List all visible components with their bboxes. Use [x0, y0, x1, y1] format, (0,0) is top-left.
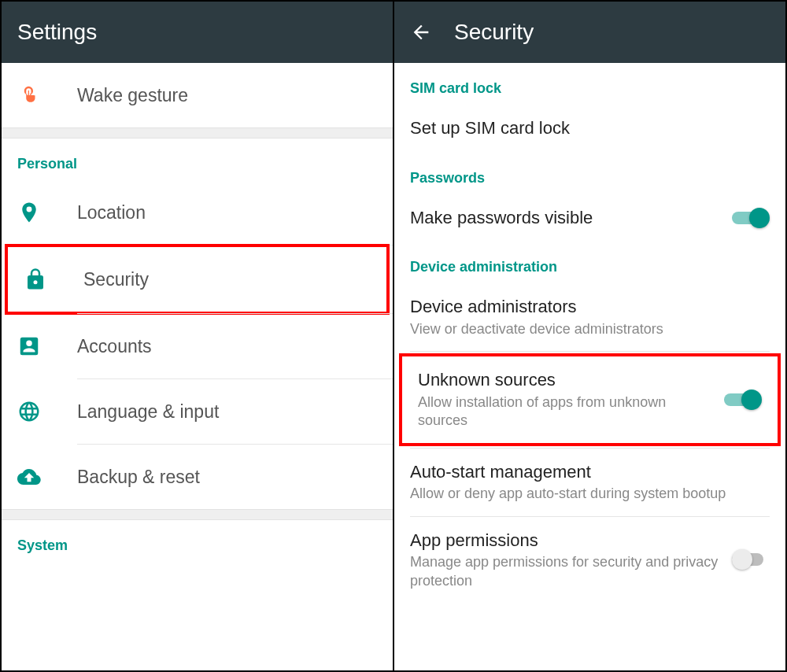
item-primary: Set up SIM card lock	[410, 117, 762, 140]
item-primary: Make passwords visible	[410, 207, 724, 230]
location-pin-icon	[17, 201, 41, 224]
highlight-unknown-sources: Unknown sources Allow installation of ap…	[399, 353, 781, 445]
settings-item-label: Security	[83, 269, 149, 290]
security-item-device-administrators[interactable]: Device administrators View or deactivate…	[394, 283, 785, 351]
section-divider	[2, 509, 393, 520]
toggle-app-permissions[interactable]	[732, 548, 770, 570]
security-item-unknown-sources[interactable]: Unknown sources Allow installation of ap…	[402, 356, 778, 442]
section-header-simlock: SIM card lock	[394, 63, 785, 105]
settings-item-label: Backup & reset	[77, 467, 200, 488]
security-item-autostart[interactable]: Auto-start management Allow or deny app …	[394, 449, 785, 516]
section-header-passwords: Passwords	[394, 153, 785, 194]
item-secondary: Manage app permissions for security and …	[410, 553, 724, 590]
settings-item-label: Accounts	[77, 336, 152, 357]
security-appbar: Security	[394, 2, 785, 63]
section-header-system: System	[2, 520, 393, 562]
globe-icon	[17, 400, 41, 423]
security-pane: Security SIM card lock Set up SIM card l…	[394, 2, 785, 670]
settings-title: Settings	[17, 20, 97, 45]
item-primary: App permissions	[410, 530, 724, 552]
settings-item-security[interactable]: Security	[8, 247, 386, 312]
security-item-sim-lock[interactable]: Set up SIM card lock	[394, 105, 785, 153]
section-divider	[2, 127, 393, 138]
item-primary: Device administrators	[410, 296, 762, 319]
item-secondary: View or deactivate device administrators	[410, 320, 762, 338]
item-primary: Auto-start management	[410, 461, 762, 484]
settings-pane: Settings Wake gesture Personal Location …	[2, 2, 394, 670]
settings-appbar: Settings	[2, 2, 393, 63]
settings-item-label: Location	[77, 202, 146, 223]
section-header-device-admin: Device administration	[394, 242, 785, 283]
cloud-upload-icon	[17, 465, 41, 489]
highlight-security: Security	[5, 244, 390, 315]
item-primary: Unknown sources	[418, 369, 716, 392]
security-item-app-permissions[interactable]: App permissions Manage app permissions f…	[394, 517, 785, 603]
security-item-passwords-visible[interactable]: Make passwords visible	[394, 194, 785, 242]
account-icon	[17, 334, 41, 358]
settings-item-location[interactable]: Location	[2, 180, 393, 245]
settings-item-label: Language & input	[77, 401, 219, 423]
touch-icon	[17, 83, 41, 107]
toggle-unknown-sources[interactable]	[724, 389, 762, 411]
item-secondary: Allow or deny app auto-start during syst…	[410, 485, 762, 503]
settings-item-wake-gesture[interactable]: Wake gesture	[2, 63, 393, 127]
item-secondary: Allow installation of apps from unknown …	[418, 393, 716, 430]
lock-icon	[24, 268, 47, 291]
section-header-personal: Personal	[2, 138, 393, 180]
settings-item-label: Wake gesture	[77, 85, 188, 106]
toggle-passwords-visible[interactable]	[732, 207, 770, 229]
settings-item-accounts[interactable]: Accounts	[2, 314, 393, 378]
settings-item-backup[interactable]: Backup & reset	[2, 445, 393, 509]
settings-item-language[interactable]: Language & input	[2, 379, 393, 444]
back-arrow-icon[interactable]	[410, 21, 432, 43]
item-divider	[410, 351, 770, 352]
security-title: Security	[454, 20, 534, 45]
